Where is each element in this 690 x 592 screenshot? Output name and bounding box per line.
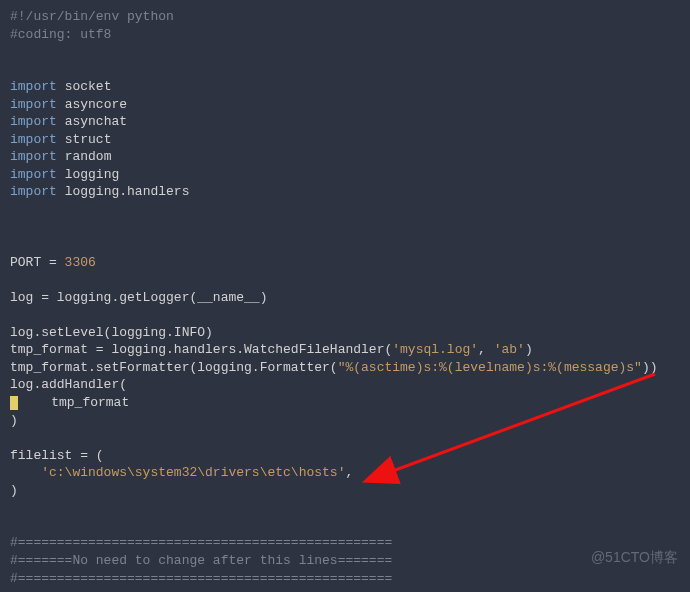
tmp-format-2: tmp_format.setFormatter(logging.Formatte… [10,360,338,375]
import-kw: import [10,114,57,129]
port-value: 3306 [65,255,96,270]
watermark: @51CTO博客 [591,548,678,567]
module: socket [65,79,112,94]
log-assign: log = logging.getLogger(__name__) [10,290,267,305]
code-block: #!/usr/bin/env python #coding: utf8 impo… [0,0,690,592]
module: asynchat [65,114,127,129]
add-handler: log.addHandler( [10,377,127,392]
module: logging.handlers [65,184,190,199]
module: logging [65,167,120,182]
tmp-format-1: tmp_format = logging.handlers.WatchedFil… [10,342,392,357]
separator: #=======================================… [10,535,392,550]
module: random [65,149,112,164]
paren-close: ) [10,483,18,498]
str-mysql-log: 'mysql.log' [392,342,478,357]
str-ab: 'ab' [494,342,525,357]
import-kw: import [10,79,57,94]
module: asyncore [65,97,127,112]
filelist-open: filelist = ( [10,448,104,463]
port-label: PORT = [10,255,65,270]
str-logfmt: "%(asctime)s:%(levelname)s:%(message)s" [338,360,642,375]
shebang: #!/usr/bin/env python [10,9,174,24]
coding-decl: #coding: utf8 [10,27,111,42]
set-level: log.setLevel(logging.INFO) [10,325,213,340]
separator-text: #=======No need to change after this lin… [10,553,392,568]
import-kw: import [10,97,57,112]
cursor-icon [10,396,18,410]
import-kw: import [10,184,57,199]
module: struct [65,132,112,147]
import-kw: import [10,132,57,147]
file-path: 'c:\windows\system32\drivers\etc\hosts' [10,465,345,480]
paren-close: ) [10,413,18,428]
import-kw: import [10,167,57,182]
separator: #=======================================… [10,571,392,586]
import-kw: import [10,149,57,164]
add-handler-arg: tmp_format [20,395,129,410]
